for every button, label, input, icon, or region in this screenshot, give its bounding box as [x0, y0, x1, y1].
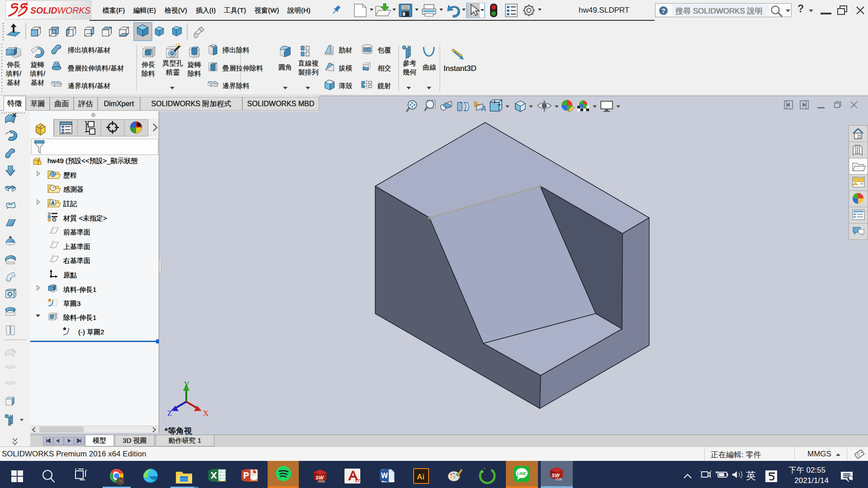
- svg-text:LT: LT: [355, 479, 360, 483]
- svg-text:右基準面: 右基準面: [63, 257, 90, 264]
- svg-text:原點: 原點: [63, 271, 77, 279]
- svg-text:A: A: [51, 200, 55, 206]
- svg-text:註記: 註記: [63, 200, 77, 207]
- svg-text:上基準面: 上基準面: [63, 243, 90, 250]
- svg-text:2016: 2016: [555, 478, 562, 481]
- svg-text:(-) 草圖2: (-) 草圖2: [78, 328, 104, 336]
- svg-text:hw49 (預設<<預設>_顯示狀態: hw49 (預設<<預設>_顯示狀態: [47, 157, 138, 164]
- svg-text:X: X: [203, 409, 208, 418]
- svg-text:感測器: 感測器: [63, 185, 84, 193]
- svg-text:草圖3: 草圖3: [63, 300, 80, 307]
- svg-text:除料-伸長1: 除料-伸長1: [63, 314, 96, 321]
- svg-text:填料-伸長1: 填料-伸長1: [63, 286, 96, 293]
- svg-text:下午 02:55: 下午 02:55: [789, 466, 826, 474]
- svg-text:SOLIDWORKS: SOLIDWORKS: [30, 5, 90, 15]
- svg-text:*等角視: *等角視: [165, 427, 192, 435]
- svg-text:Z: Z: [167, 409, 172, 418]
- svg-text:Ai: Ai: [417, 473, 425, 481]
- svg-text:A: A: [481, 105, 486, 113]
- svg-text:前基準面: 前基準面: [63, 228, 90, 236]
- svg-text:2016: 2016: [318, 480, 325, 483]
- svg-text:LINE: LINE: [517, 471, 527, 476]
- svg-text:歷程: 歷程: [63, 171, 77, 179]
- svg-text:英: 英: [746, 470, 756, 481]
- svg-text:2021/1/14: 2021/1/14: [794, 476, 829, 485]
- svg-text:材質 <未指定>: 材質 <未指定>: [63, 214, 107, 222]
- svg-text:?: ?: [661, 7, 665, 14]
- svg-text:Y: Y: [184, 380, 189, 389]
